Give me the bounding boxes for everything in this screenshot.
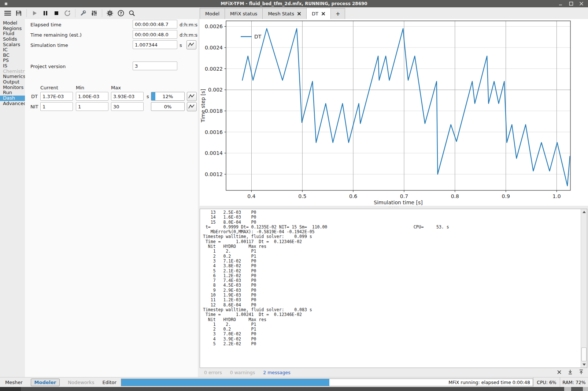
stop-icon[interactable] bbox=[51, 8, 62, 18]
body: ModelRegionsFluidSolidsScalarsICBCPSISCh… bbox=[0, 19, 588, 377]
svg-text:0.9: 0.9 bbox=[502, 193, 510, 199]
sidebar-item-model[interactable]: Model bbox=[0, 21, 25, 26]
tab-mfix-status[interactable]: MFiX status bbox=[225, 8, 263, 19]
elapsed-time-label: Elapsed time bbox=[30, 22, 62, 27]
nit-max-field[interactable] bbox=[111, 102, 144, 111]
simulation-time-plot-button[interactable] bbox=[186, 40, 196, 49]
menu-icon[interactable] bbox=[2, 8, 13, 18]
svg-text:0.0024: 0.0024 bbox=[205, 45, 223, 51]
reset-icon[interactable] bbox=[62, 8, 73, 18]
dt-max-field[interactable] bbox=[111, 92, 144, 101]
sidebar-item-ps[interactable]: PS bbox=[0, 58, 25, 63]
svg-text:0.002: 0.002 bbox=[208, 87, 223, 93]
sidebar-item-solids[interactable]: Solids bbox=[0, 37, 25, 42]
sidebar-item-is[interactable]: IS bbox=[0, 63, 25, 69]
sidebar-nav: ModelRegionsFluidSolidsScalarsICBCPSISCh… bbox=[0, 19, 25, 377]
project-version-field[interactable] bbox=[133, 62, 177, 70]
svg-text:0.0022: 0.0022 bbox=[205, 66, 223, 72]
ram-usage: RAM: 72% bbox=[560, 377, 588, 387]
toolbar-separator bbox=[75, 9, 75, 17]
simulation-time-unit: s bbox=[180, 42, 182, 48]
pause-icon[interactable] bbox=[40, 8, 51, 18]
bottom-scrollbar[interactable] bbox=[0, 387, 588, 391]
log-scrollbar[interactable] bbox=[581, 209, 587, 368]
svg-text:0.8: 0.8 bbox=[451, 193, 459, 199]
sidebar-item-ic[interactable]: IC bbox=[0, 47, 25, 53]
log-scrollbar-thumb[interactable] bbox=[581, 347, 587, 361]
tab-mesh-stats[interactable]: Mesh Stats bbox=[262, 8, 307, 19]
resize-grip[interactable] bbox=[571, 387, 583, 391]
scroll-up-button[interactable] bbox=[581, 209, 587, 215]
tab-close-icon[interactable] bbox=[297, 12, 301, 16]
dt-min-field[interactable] bbox=[76, 92, 108, 101]
toolbar-separator bbox=[102, 9, 102, 17]
messages-link[interactable]: 2 messages bbox=[263, 370, 291, 375]
dt-unit: s bbox=[147, 94, 149, 99]
sidebar-item-fluid[interactable]: Fluid bbox=[0, 31, 25, 37]
svg-text:?: ? bbox=[120, 11, 122, 15]
elapsed-time-field[interactable] bbox=[133, 20, 177, 29]
x-axis-label: Simulation time [s] bbox=[374, 200, 422, 205]
sidebar-item-scalars[interactable]: Scalars bbox=[0, 42, 25, 48]
tab--[interactable]: + bbox=[330, 8, 345, 19]
right-pane: 0.40.50.60.70.80.91.00.00120.00140.00160… bbox=[200, 19, 588, 377]
gear-icon[interactable] bbox=[104, 8, 115, 18]
nit-plot-button[interactable] bbox=[187, 102, 197, 111]
nit-current-field[interactable] bbox=[40, 102, 73, 111]
tab-close-icon[interactable] bbox=[321, 12, 325, 16]
sidebar-item-run[interactable]: Run bbox=[0, 90, 25, 96]
svg-text:0.0018: 0.0018 bbox=[205, 108, 223, 114]
save-icon[interactable] bbox=[13, 8, 24, 18]
solver-log-text[interactable]: 13 2.5E-03 P0 14 1.6E-03 P0 15 8.0E-04 P… bbox=[200, 209, 581, 368]
elapsed-time-unit: d:h:m:s bbox=[180, 22, 197, 27]
clear-messages-icon[interactable] bbox=[557, 370, 562, 376]
sidebar-item-advanced[interactable]: Advanced bbox=[0, 101, 25, 107]
mode-mesher[interactable]: Mesher bbox=[5, 380, 23, 385]
dt-row-label: DT bbox=[31, 94, 38, 99]
scroll-down-button[interactable] bbox=[581, 362, 587, 368]
minimize-button[interactable] bbox=[559, 1, 563, 6]
bottom-scrollbar-thumb[interactable] bbox=[0, 387, 21, 391]
simulation-time-label: Simulation time bbox=[30, 42, 68, 48]
sidebar-item-numerics[interactable]: Numerics bbox=[0, 74, 25, 79]
help-icon[interactable]: ? bbox=[115, 8, 126, 18]
col-header-min: Min bbox=[76, 85, 84, 90]
run-progress-bar: MFiX running: elapsed time 0:00:48 bbox=[121, 379, 533, 386]
chart-log-splitter[interactable]: ······ bbox=[200, 206, 588, 209]
sidebar-item-monitors[interactable]: Monitors bbox=[0, 85, 25, 90]
time-remaining-field[interactable] bbox=[133, 30, 177, 39]
mode-editor[interactable]: Editor bbox=[102, 380, 116, 385]
dt-plot-button[interactable] bbox=[187, 92, 197, 101]
maximize-button[interactable] bbox=[569, 1, 573, 6]
tab-dt[interactable]: DT bbox=[306, 8, 331, 19]
tab-strip: ModelMFiX statusMesh StatsDT+ bbox=[200, 8, 588, 19]
svg-text:0.0026: 0.0026 bbox=[205, 23, 223, 29]
svg-text:0.6: 0.6 bbox=[349, 193, 357, 199]
settings-wrench-icon[interactable] bbox=[78, 8, 89, 18]
main-toolbar: ? bbox=[0, 7, 200, 19]
sidebar-item-bc[interactable]: BC bbox=[0, 53, 25, 58]
close-button[interactable] bbox=[579, 1, 584, 6]
sidebar-item-regions[interactable]: Regions bbox=[0, 26, 25, 31]
svg-text:0.0012: 0.0012 bbox=[205, 171, 223, 177]
dt-current-field[interactable] bbox=[40, 92, 73, 101]
col-header-max: Max bbox=[111, 85, 121, 90]
run-status-text: MFiX running: elapsed time 0:00:48 bbox=[121, 379, 533, 386]
tab-model[interactable]: Model bbox=[200, 8, 225, 19]
nit-min-field[interactable] bbox=[76, 102, 108, 111]
simulation-time-field[interactable] bbox=[133, 40, 177, 49]
sidebar-item-output[interactable]: Output bbox=[0, 79, 25, 85]
tab-label: Mesh Stats bbox=[268, 11, 294, 16]
mode-modeler[interactable]: Modeler bbox=[31, 379, 60, 386]
scroll-to-end-icon[interactable] bbox=[568, 369, 573, 376]
nit-row-label: NIT bbox=[30, 104, 38, 109]
svg-text:1.0: 1.0 bbox=[552, 193, 561, 199]
time-remaining-unit: d:h:m:s bbox=[180, 32, 197, 38]
scroll-to-top-icon[interactable] bbox=[579, 369, 584, 376]
search-icon[interactable] bbox=[126, 8, 137, 18]
splitter-handle-dots: ······ bbox=[388, 206, 399, 208]
sidebar-item-dash[interactable]: Dash bbox=[0, 96, 25, 101]
app-icon bbox=[5, 3, 7, 5]
run-icon[interactable] bbox=[29, 8, 40, 18]
parameters-sliders-icon[interactable] bbox=[89, 8, 100, 18]
